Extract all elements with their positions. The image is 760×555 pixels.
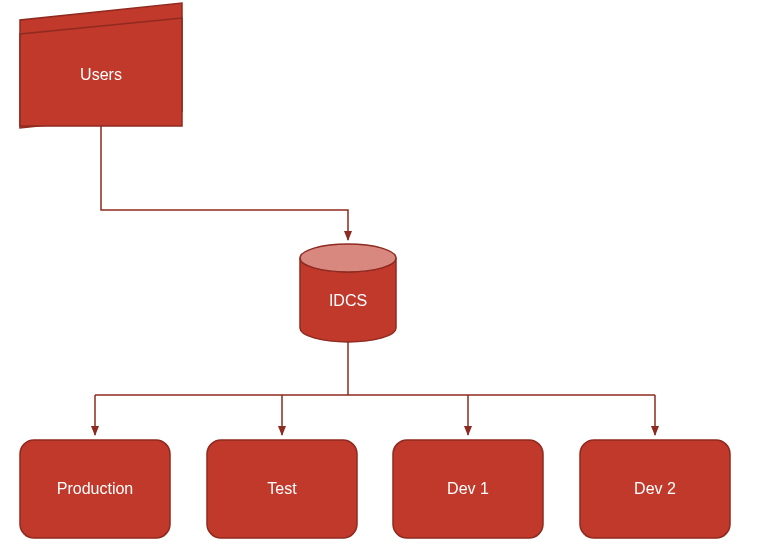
target-test: Test [207, 440, 357, 538]
target-test-label: Test [267, 480, 297, 497]
target-dev2: Dev 2 [580, 440, 730, 538]
users-label: Users [80, 66, 122, 83]
architecture-diagram: Users IDCS Production Test Dev 1 Dev 2 [0, 0, 760, 555]
connector-users-idcs [101, 126, 348, 240]
target-dev2-label: Dev 2 [634, 480, 676, 497]
target-dev1-label: Dev 1 [447, 480, 489, 497]
target-production: Production [20, 440, 170, 538]
idcs-label: IDCS [329, 292, 367, 309]
idcs-cylinder-top [300, 244, 396, 272]
target-dev1: Dev 1 [393, 440, 543, 538]
idcs-node: IDCS [300, 244, 396, 342]
target-production-label: Production [57, 480, 134, 497]
